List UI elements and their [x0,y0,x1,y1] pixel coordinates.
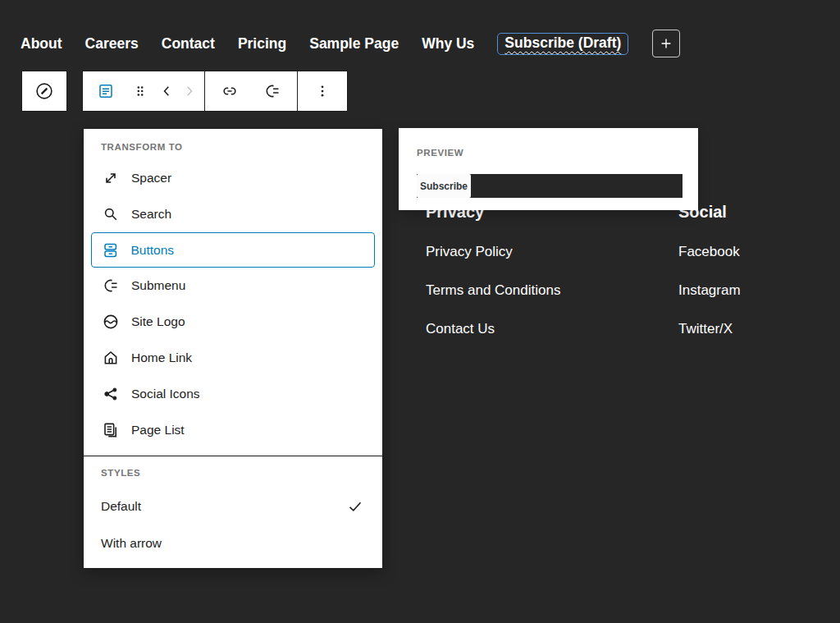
toolbar-group-block [83,71,204,111]
footer-link-twitter[interactable]: Twitter/X [678,320,741,337]
styles-header: Styles [84,456,382,486]
nav-link-pricing[interactable]: Pricing [238,35,286,53]
site-logo-icon [101,312,121,332]
move-right-button-disabled[interactable] [178,71,201,111]
navigation-block-icon [34,80,55,102]
drag-handle[interactable] [126,71,155,111]
menu-item-label: Page List [131,423,185,437]
block-type-button[interactable] [86,71,126,111]
preview-header: Preview [417,148,463,158]
menu-item-label: Site Logo [131,314,185,329]
home-link-icon [101,348,121,368]
preview-subscribe-button: Subscribe [417,174,471,198]
add-block-button[interactable] [652,30,680,57]
chevron-left-icon [158,82,176,100]
nav-link-sample-page[interactable]: Sample Page [309,35,399,53]
footer-column-social: Social Facebook Instagram Twitter/X [678,202,741,359]
nav-link-subscribe-draft-selected[interactable]: Subscribe (Draft) [497,33,628,55]
nav-link-subscribe-draft-label: Subscribe (Draft) [504,34,621,51]
toolbar-group-options [297,71,347,111]
menu-item-home-link[interactable]: Home Link [84,340,382,376]
style-item-default[interactable]: Default [84,488,382,525]
search-icon [101,204,121,224]
check-icon [345,497,365,516]
transform-to-header: Transform to [84,129,382,160]
footer-link-facebook[interactable]: Facebook [678,243,741,260]
menu-item-label: Search [131,207,171,222]
nav-link-careers[interactable]: Careers [85,35,139,53]
menu-item-label: Submenu [131,278,185,293]
block-toolbar [82,71,348,112]
plus-icon [658,35,674,52]
footer-column-privacy: Privacy Privacy Policy Terms and Conditi… [426,202,560,359]
menu-item-search[interactable]: Search [84,196,382,232]
footer-link-instagram[interactable]: Instagram [678,282,741,299]
page-list-icon [101,420,121,440]
nav-link-about[interactable]: About [21,35,62,53]
options-button[interactable] [301,71,344,111]
spacer-icon [101,168,121,188]
menu-item-site-logo[interactable]: Site Logo [84,304,382,340]
toolbar-group-link [204,71,297,111]
menu-item-label: Social Icons [131,387,200,401]
nav-link-why-us[interactable]: Why Us [422,35,474,53]
buttons-icon [101,240,121,260]
add-submenu-button[interactable] [251,71,294,111]
footer-link-terms[interactable]: Terms and Conditions [426,282,560,299]
style-item-with-arrow[interactable]: With arrow [84,525,382,561]
nav-link-contact[interactable]: Contact [162,35,215,53]
menu-item-submenu[interactable]: Submenu [84,268,382,304]
menu-item-page-list[interactable]: Page List [84,412,382,448]
transform-to-menu: Transform to Spacer Search [83,128,383,569]
menu-item-social-icons[interactable]: Social Icons [84,376,382,412]
menu-item-spacer[interactable]: Spacer [84,160,382,196]
style-item-label: With arrow [101,536,162,551]
footer-link-privacy-policy[interactable]: Privacy Policy [426,243,560,260]
preview-buttons-strip: Subscribe [417,174,682,198]
move-left-button[interactable] [155,71,178,111]
edit-link-button[interactable] [208,71,251,111]
page-block-icon [96,81,116,101]
drag-handle-icon [131,82,149,100]
block-preview-panel: Preview Subscribe [399,128,698,210]
select-parent-navigation-button[interactable] [21,71,67,112]
link-icon [220,81,240,101]
social-icons-icon [101,384,121,404]
menu-item-label: Home Link [131,350,192,365]
submenu-icon [262,81,282,101]
editor-canvas: Privacy Privacy Policy Terms and Conditi… [0,0,840,623]
submenu-icon [101,276,121,295]
menu-item-buttons-selected[interactable]: Buttons [91,232,375,268]
styles-list: Default With arrow [84,488,382,568]
ellipsis-vertical-icon [313,82,331,100]
footer-link-contact-us[interactable]: Contact Us [426,320,560,337]
site-navigation: About Careers Contact Pricing Sample Pag… [21,30,840,57]
style-item-label: Default [101,499,141,514]
menu-item-label: Buttons [131,243,175,258]
chevron-right-icon [180,82,199,100]
menu-item-label: Spacer [131,171,171,186]
